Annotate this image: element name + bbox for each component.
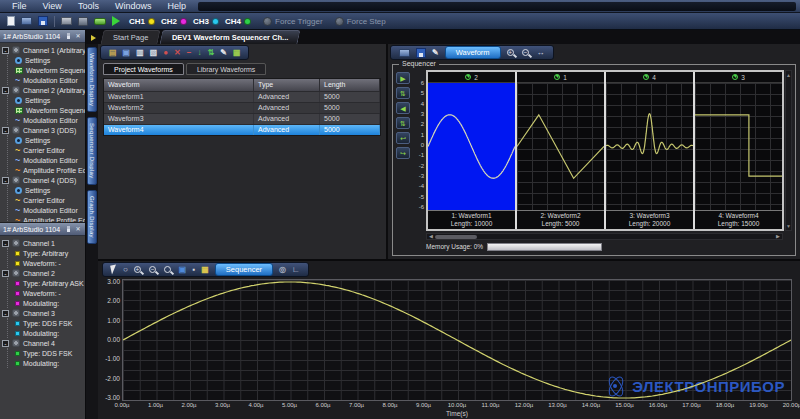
- zoom-out-icon[interactable]: −: [149, 266, 156, 273]
- expander-icon[interactable]: -: [2, 270, 9, 277]
- validate-icon[interactable]: ✕: [174, 48, 181, 58]
- sequence-segment-2[interactable]: 12: Waveform2Length: 5000: [517, 72, 606, 229]
- expander-icon[interactable]: -: [2, 177, 9, 184]
- zoom-in-icon[interactable]: +: [507, 49, 514, 56]
- undo-button[interactable]: ↩: [396, 132, 410, 144]
- tab-dev1-waveform-sequencer-ch[interactable]: DEV1 Waveform Sequencer Ch...: [160, 30, 301, 44]
- expander-icon[interactable]: -: [2, 340, 9, 347]
- table-row-waveform3[interactable]: Waveform3Advanced5000: [104, 113, 380, 124]
- library-icon[interactable]: ▦: [233, 48, 241, 58]
- expander-icon[interactable]: -: [2, 240, 9, 247]
- segment-waveform-area[interactable]: [695, 83, 782, 210]
- tree-item-channel-2[interactable]: -Channel 2: [2, 268, 85, 278]
- menu-file[interactable]: File: [4, 1, 35, 11]
- channel-button-ch3[interactable]: CH3: [190, 17, 222, 26]
- scroll-down-arrow[interactable]: ▼: [786, 223, 791, 229]
- fit-screen-icon[interactable]: ▣: [179, 265, 187, 275]
- tab-scroll-icon[interactable]: [91, 35, 96, 41]
- tree-item-type-dds-fsk[interactable]: Type: DDS FSK: [15, 318, 85, 328]
- sequencer-view-button[interactable]: Sequencer: [215, 263, 273, 276]
- tab-project-waveforms[interactable]: Project Waveforms: [103, 63, 184, 75]
- column-header-length[interactable]: Length: [320, 79, 380, 91]
- add-segment-button[interactable]: ▶: [396, 72, 410, 84]
- force-step-button[interactable]: Force Step: [332, 17, 389, 26]
- tree-item-waveform-sequencer[interactable]: Waveform Sequencer: [15, 105, 85, 115]
- close-icon[interactable]: ✕: [74, 32, 82, 40]
- tree-item-type-arbitrary-ask[interactable]: Type: Arbitrary ASK: [15, 278, 85, 288]
- tree-item-settings[interactable]: Settings: [15, 95, 85, 105]
- graph-plot-area[interactable]: ЭЛЕКТРОНПРИБОР: [122, 279, 792, 401]
- scroll-left-arrow[interactable]: ◀: [427, 234, 435, 239]
- tree-item-channel-4[interactable]: -Channel 4: [2, 338, 85, 348]
- tree-item-waveform[interactable]: Waveform: -: [15, 258, 85, 268]
- expander-icon[interactable]: -: [2, 47, 9, 54]
- tree-item-modulation-editor[interactable]: ~Modulation Editor: [15, 115, 85, 125]
- tree-item-channel-3[interactable]: -Channel 3: [2, 308, 85, 318]
- tree-item-modulation-editor[interactable]: ~Modulation Editor: [15, 205, 85, 215]
- side-tab-graph-display[interactable]: Graph Display: [87, 190, 97, 244]
- side-tab-sequencer-display[interactable]: Sequencer Display: [87, 117, 97, 184]
- tree-item-channel-1-arbitrary[interactable]: -Channel 1 (Arbitrary): [2, 45, 85, 55]
- scrollbar-thumb[interactable]: [435, 235, 477, 239]
- device-icon[interactable]: [78, 17, 88, 26]
- save-icon[interactable]: ▣: [123, 48, 131, 58]
- sequencer-vertical-scrollbar[interactable]: ▲ ▼: [785, 70, 792, 231]
- sequencer-horizontal-scrollbar[interactable]: ◀ ▶: [426, 233, 783, 240]
- tree-item-amplitude-profile-editor[interactable]: ~Amplitude Profile Editor: [15, 165, 85, 175]
- import-icon[interactable]: ▧: [150, 48, 158, 58]
- segment-waveform-area[interactable]: [517, 83, 604, 210]
- table-row-waveform1[interactable]: Waveform1Advanced5000: [104, 91, 380, 102]
- save-project-icon[interactable]: [38, 16, 48, 26]
- remove-icon[interactable]: −: [187, 48, 192, 58]
- tree-item-modulation-editor[interactable]: ~Modulation Editor: [15, 75, 85, 85]
- table-row-waveform4[interactable]: Waveform4Advanced5000: [104, 124, 380, 135]
- column-header-type[interactable]: Type: [254, 79, 320, 91]
- run-button[interactable]: [112, 16, 120, 26]
- open-sequence-icon[interactable]: [399, 49, 410, 57]
- channel-button-ch4[interactable]: CH4: [222, 17, 254, 26]
- zoom-out-icon[interactable]: −: [522, 49, 529, 56]
- measure-icon[interactable]: ∟: [292, 265, 300, 275]
- zoom-in-icon[interactable]: +: [134, 266, 141, 273]
- tab-start-page[interactable]: Start Page: [101, 30, 161, 44]
- tree-item-settings[interactable]: Settings: [15, 55, 85, 65]
- edit-icon[interactable]: ✎: [432, 48, 439, 58]
- tree-item-modulation-editor[interactable]: ~Modulation Editor: [15, 155, 85, 165]
- swap-segment-button[interactable]: ⇅: [396, 117, 410, 129]
- channel-button-ch2[interactable]: CH2: [158, 17, 190, 26]
- tree-item-modulating[interactable]: Modulating:: [15, 358, 85, 368]
- marker-icon[interactable]: ▪: [192, 265, 195, 275]
- tree-item-waveform[interactable]: Waveform: -: [15, 288, 85, 298]
- sequence-segment-4[interactable]: 34: Waveform4Length: 15000: [695, 72, 782, 229]
- waveform-view-button[interactable]: Waveform: [445, 46, 501, 59]
- tree-item-channel-4-dds[interactable]: -Channel 4 (DDS): [2, 175, 85, 185]
- tree-item-channel-1[interactable]: -Channel 1: [2, 238, 85, 248]
- force-trigger-button[interactable]: Force Trigger: [260, 17, 326, 26]
- close-icon[interactable]: ✕: [74, 225, 82, 233]
- tree-item-carrier-editor[interactable]: ~Carrier Editor: [15, 195, 85, 205]
- scroll-right-arrow[interactable]: ▶: [774, 234, 782, 239]
- tree-item-settings[interactable]: Settings: [15, 135, 85, 145]
- zoom-region-icon[interactable]: [164, 266, 171, 273]
- save-sequence-icon[interactable]: [416, 48, 426, 58]
- copy-icon[interactable]: ▥: [136, 48, 144, 58]
- tree-item-carrier-editor[interactable]: ~Carrier Editor: [15, 145, 85, 155]
- move-segment-button[interactable]: ⇅: [396, 87, 410, 99]
- record-icon[interactable]: ●: [163, 48, 168, 58]
- expander-icon[interactable]: -: [2, 87, 9, 94]
- tree-item-type-arbitrary[interactable]: Type: Arbitrary: [15, 248, 85, 258]
- pan-tool-icon[interactable]: ○: [123, 265, 128, 275]
- tree-item-waveform-sequencer[interactable]: Waveform Sequencer: [15, 65, 85, 75]
- expander-icon[interactable]: -: [2, 127, 9, 134]
- tree-item-modulating[interactable]: Modulating:: [15, 328, 85, 338]
- menu-tools[interactable]: Tools: [70, 1, 107, 11]
- side-tab-waveform-display[interactable]: Waveform Display: [87, 47, 97, 112]
- menu-view[interactable]: View: [35, 1, 70, 11]
- snap-grid-icon[interactable]: ▦: [201, 265, 209, 275]
- channel-button-ch1[interactable]: CH1: [126, 17, 158, 26]
- cursors-icon[interactable]: ◎: [279, 265, 286, 275]
- transfer-icon[interactable]: ⇅: [207, 48, 214, 58]
- download-icon[interactable]: ↓: [197, 48, 201, 58]
- menu-windows[interactable]: Windows: [107, 1, 160, 11]
- tree-item-channel-2-arbitrary[interactable]: -Channel 2 (Arbitrary): [2, 85, 85, 95]
